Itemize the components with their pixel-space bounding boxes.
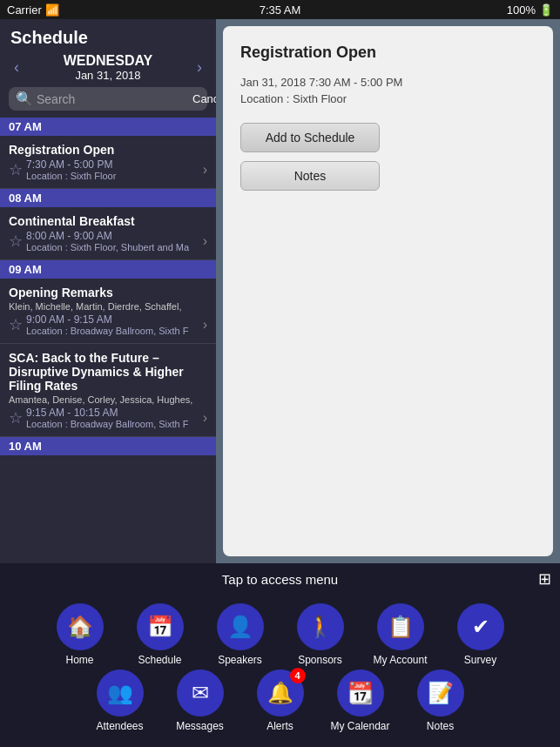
next-date-button[interactable]: › xyxy=(192,57,207,78)
tab-row-2: 👥 Attendees ✉ Messages 🔔 4 Alerts 📆 My C… xyxy=(0,670,560,732)
my-account-icon-circle: 📋 xyxy=(377,603,424,650)
home-icon: 🏠 xyxy=(67,615,93,639)
main-area: Schedule ‹ WEDNESDAY Jan 31, 2018 › 🔍 Ca… xyxy=(0,19,560,563)
tab-home[interactable]: 🏠 Home xyxy=(45,603,115,666)
alerts-label: Alerts xyxy=(267,720,293,732)
tab-survey[interactable]: ✔ Survey xyxy=(446,603,516,666)
attendees-icon: 👥 xyxy=(107,681,133,705)
speakers-icon-circle: 👤 xyxy=(217,603,264,650)
my-account-label: My Account xyxy=(373,654,427,666)
tab-alerts[interactable]: 🔔 4 Alerts xyxy=(246,670,315,732)
messages-label: Messages xyxy=(176,720,224,732)
notes-icon: 📝 xyxy=(428,681,454,705)
chevron-right-icon: › xyxy=(203,162,207,178)
time-header-07: 07 AM xyxy=(0,118,216,136)
list-item[interactable]: Registration Open ☆ 7:30 AM - 5:00 PM Lo… xyxy=(0,136,216,189)
item-location: Location : Broadway Ballroom, Sixth F xyxy=(26,419,203,429)
item-title: Continental Breakfast xyxy=(9,214,207,228)
list-item[interactable]: Continental Breakfast ☆ 8:00 AM - 9:00 A… xyxy=(0,207,216,260)
carrier-label: Carrier xyxy=(7,3,42,17)
detail-buttons: Add to Schedule Notes xyxy=(240,123,536,191)
prev-date-button[interactable]: ‹ xyxy=(9,57,24,78)
item-title: Registration Open xyxy=(9,143,207,157)
my-account-icon: 📋 xyxy=(388,615,414,639)
chevron-right-icon: › xyxy=(203,233,207,249)
list-item[interactable]: SCA: Back to the Future – Disruptive Dyn… xyxy=(0,344,216,437)
search-bar: 🔍 Cancel xyxy=(9,87,207,111)
schedule-icon: 📅 xyxy=(147,615,173,639)
tab-attendees[interactable]: 👥 Attendees xyxy=(85,670,155,732)
chevron-right-icon: › xyxy=(203,317,207,333)
tab-messages[interactable]: ✉ Messages xyxy=(165,670,235,732)
schedule-panel: Schedule ‹ WEDNESDAY Jan 31, 2018 › 🔍 Ca… xyxy=(0,19,216,563)
detail-location: Location : Sixth Floor xyxy=(240,92,536,105)
sponsors-label: Sponsors xyxy=(298,654,342,666)
search-icon: 🔍 xyxy=(16,91,33,107)
item-title: Opening Remarks xyxy=(9,286,207,299)
messages-icon: ✉ xyxy=(192,681,209,705)
tab-my-account[interactable]: 📋 My Account xyxy=(366,603,435,666)
tab-row-1: 🏠 Home 📅 Schedule 👤 Speakers 🚶 Sponsors xyxy=(0,603,560,666)
my-calendar-icon: 📆 xyxy=(347,681,374,705)
item-time: 9:00 AM - 9:15 AM xyxy=(26,313,203,326)
item-subtitle: Amantea, Denise, Corley, Jessica, Hughes… xyxy=(9,394,207,405)
schedule-title: Schedule xyxy=(0,19,216,53)
tab-notes[interactable]: 📝 Notes xyxy=(406,670,476,732)
item-time: 7:30 AM - 5:00 PM xyxy=(26,158,203,171)
schedule-list: 07 AM Registration Open ☆ 7:30 AM - 5:00… xyxy=(0,118,216,563)
item-time: 9:15 AM - 10:15 AM xyxy=(26,407,203,419)
alerts-icon: 🔔 xyxy=(267,681,293,705)
notes-label: Notes xyxy=(427,720,454,732)
list-item[interactable]: Opening Remarks Klein, Michelle, Martin,… xyxy=(0,279,216,344)
my-calendar-icon-circle: 📆 xyxy=(337,670,384,717)
schedule-icon-circle: 📅 xyxy=(137,603,184,650)
status-bar-time: 7:35 AM xyxy=(260,3,301,17)
item-location: Location : Sixth Floor xyxy=(26,171,203,181)
item-title: SCA: Back to the Future – Disruptive Dyn… xyxy=(9,351,207,393)
detail-title: Registration Open xyxy=(240,44,536,62)
wifi-icon: 📶 xyxy=(45,3,59,17)
tab-schedule[interactable]: 📅 Schedule xyxy=(125,603,195,666)
detail-panel: Registration Open Jan 31, 2018 7:30 AM -… xyxy=(223,26,553,556)
tab-sponsors[interactable]: 🚶 Sponsors xyxy=(286,603,355,666)
time-header-10: 10 AM xyxy=(0,437,216,455)
detail-datetime: Jan 31, 2018 7:30 AM - 5:00 PM xyxy=(240,76,536,89)
sponsors-icon-circle: 🚶 xyxy=(297,603,344,650)
speakers-icon: 👤 xyxy=(227,615,253,639)
sponsors-icon: 🚶 xyxy=(307,615,334,639)
alerts-icon-circle: 🔔 4 xyxy=(257,670,304,717)
date-nav: ‹ WEDNESDAY Jan 31, 2018 › xyxy=(0,53,216,87)
item-time: 8:00 AM - 9:00 AM xyxy=(26,230,203,242)
tab-my-calendar[interactable]: 📆 My Calendar xyxy=(326,670,395,732)
time-header-08: 08 AM xyxy=(0,189,216,207)
star-icon[interactable]: ☆ xyxy=(9,160,23,179)
survey-icon-circle: ✔ xyxy=(457,603,504,650)
weekday-label: WEDNESDAY xyxy=(64,53,153,69)
schedule-label: Schedule xyxy=(138,654,181,666)
attendees-label: Attendees xyxy=(96,720,143,732)
status-bar: Carrier 📶 7:35 AM 100% 🔋 xyxy=(0,0,560,19)
item-subtitle: Klein, Michelle, Martin, Dierdre, Schaff… xyxy=(9,301,207,312)
cancel-button[interactable]: Cancel xyxy=(192,92,216,105)
status-bar-left: Carrier 📶 xyxy=(7,3,59,17)
grid-icon[interactable]: ⊞ xyxy=(538,569,551,589)
item-location: Location : Broadway Ballroom, Sixth F xyxy=(26,326,203,336)
notes-button[interactable]: Notes xyxy=(240,161,380,191)
battery-icon: 🔋 xyxy=(539,3,553,17)
tab-speakers[interactable]: 👤 Speakers xyxy=(206,603,275,666)
search-input[interactable] xyxy=(37,92,189,106)
star-icon[interactable]: ☆ xyxy=(9,315,23,334)
speakers-label: Speakers xyxy=(218,654,262,666)
chevron-right-icon: › xyxy=(203,410,207,426)
tab-bar: 🏠 Home 📅 Schedule 👤 Speakers 🚶 Sponsors xyxy=(0,595,560,747)
survey-icon: ✔ xyxy=(472,615,489,639)
menu-bar[interactable]: Tap to access menu ⊞ xyxy=(0,563,560,595)
alerts-badge: 4 xyxy=(290,668,306,683)
star-icon[interactable]: ☆ xyxy=(9,232,23,251)
add-to-schedule-button[interactable]: Add to Schedule xyxy=(240,123,380,152)
star-icon[interactable]: ☆ xyxy=(9,408,23,427)
my-calendar-label: My Calendar xyxy=(330,720,389,732)
home-icon-circle: 🏠 xyxy=(57,603,104,650)
notes-icon-circle: 📝 xyxy=(417,670,464,717)
date-label: Jan 31, 2018 xyxy=(64,69,153,82)
